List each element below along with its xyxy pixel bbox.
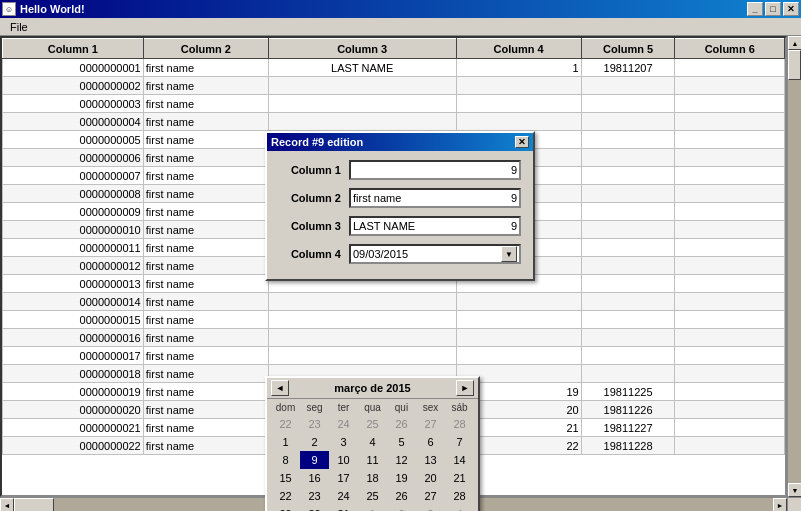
dialog-col4-dropdown-button[interactable]: ▼ (501, 246, 517, 262)
cell-col2: first name (143, 167, 268, 185)
vertical-scrollbar[interactable]: ▲ ▼ (787, 36, 801, 497)
calendar-day[interactable]: 11 (358, 451, 387, 469)
cell-col5 (581, 257, 675, 275)
dialog-col1-input[interactable]: 9 (349, 160, 521, 180)
calendar-day[interactable]: 18 (358, 469, 387, 487)
col6-header: Column 6 (675, 39, 785, 59)
table-row[interactable]: 0000000004 first name (3, 113, 785, 131)
cell-col2: first name (143, 329, 268, 347)
calendar-day[interactable]: 30 (300, 505, 329, 511)
cell-col2: first name (143, 437, 268, 455)
dialog-close-button[interactable]: ✕ (515, 136, 529, 148)
calendar-day[interactable]: 28 (445, 415, 474, 433)
calendar-day[interactable]: 12 (387, 451, 416, 469)
calendar-day[interactable]: 8 (271, 451, 300, 469)
dialog-body: Column 1 9 Column 2 first name 9 Column … (267, 151, 533, 279)
cell-col6 (675, 365, 785, 383)
dialog-col4-input[interactable]: 09/03/2015 ▼ (349, 244, 521, 264)
close-window-button[interactable]: ✕ (783, 2, 799, 16)
scroll-h-thumb[interactable] (14, 498, 54, 511)
cell-col5 (581, 347, 675, 365)
calendar-day[interactable]: 27 (416, 415, 445, 433)
scroll-left-button[interactable]: ◄ (0, 498, 14, 511)
calendar-day[interactable]: 13 (416, 451, 445, 469)
window-title: Hello World! (20, 3, 85, 15)
app-icon: ☺ (2, 2, 16, 16)
menu-file[interactable]: File (4, 20, 34, 34)
calendar-day[interactable]: 10 (329, 451, 358, 469)
calendar-next-button[interactable]: ► (456, 380, 474, 396)
cell-col1: 0000000009 (3, 203, 144, 221)
calendar-day[interactable]: 26 (387, 487, 416, 505)
calendar-day[interactable]: 5 (387, 433, 416, 451)
grid-header-row: Column 1 Column 2 Column 3 Column 4 Colu… (3, 39, 785, 59)
calendar-day[interactable]: 28 (445, 487, 474, 505)
table-row[interactable]: 0000000015 first name (3, 311, 785, 329)
calendar-day[interactable]: 27 (416, 487, 445, 505)
dialog-col1-value: 9 (511, 164, 517, 176)
calendar-day[interactable]: 22 (271, 487, 300, 505)
dialog-col3-input[interactable]: LAST NAME 9 (349, 216, 521, 236)
calendar-day[interactable]: 15 (271, 469, 300, 487)
cell-col5: 19811227 (581, 419, 675, 437)
calendar-header: ◄ março de 2015 ► (267, 378, 478, 399)
cell-col1: 0000000016 (3, 329, 144, 347)
calendar-day[interactable]: 3 (416, 505, 445, 511)
calendar-day[interactable]: 19 (387, 469, 416, 487)
dialog-col2-row: Column 2 first name 9 (279, 187, 521, 209)
table-row[interactable]: 0000000014 first name (3, 293, 785, 311)
calendar-day[interactable]: 7 (445, 433, 474, 451)
scroll-v-track[interactable] (788, 50, 801, 483)
scroll-down-button[interactable]: ▼ (788, 483, 801, 497)
dialog-col2-input[interactable]: first name 9 (349, 188, 521, 208)
calendar-day[interactable]: 29 (271, 505, 300, 511)
calendar-day[interactable]: 24 (329, 415, 358, 433)
cell-col2: first name (143, 365, 268, 383)
calendar-day[interactable]: 20 (416, 469, 445, 487)
calendar-day[interactable]: 26 (387, 415, 416, 433)
scroll-up-button[interactable]: ▲ (788, 36, 801, 50)
calendar-day[interactable]: 25 (358, 415, 387, 433)
calendar-day[interactable]: 21 (445, 469, 474, 487)
table-row[interactable]: 0000000016 first name (3, 329, 785, 347)
calendar-prev-button[interactable]: ◄ (271, 380, 289, 396)
calendar-day[interactable]: 2 (300, 433, 329, 451)
table-row[interactable]: 0000000017 first name (3, 347, 785, 365)
calendar-day[interactable]: 4 (358, 433, 387, 451)
cell-col5: 19811226 (581, 401, 675, 419)
cell-col4 (456, 113, 581, 131)
cell-col5: 19811225 (581, 383, 675, 401)
calendar-day[interactable]: 3 (329, 433, 358, 451)
calendar-day[interactable]: 9 (300, 451, 329, 469)
cell-col5 (581, 293, 675, 311)
table-row[interactable]: 0000000002 first name (3, 77, 785, 95)
cell-col2: first name (143, 95, 268, 113)
calendar-day[interactable]: 31 (329, 505, 358, 511)
dialog-col4-label: Column 4 (279, 248, 349, 260)
calendar-day[interactable]: 1 (358, 505, 387, 511)
scroll-v-thumb[interactable] (788, 50, 801, 80)
calendar-day[interactable]: 17 (329, 469, 358, 487)
calendar-day[interactable]: 16 (300, 469, 329, 487)
calendar-day[interactable]: 22 (271, 415, 300, 433)
minimize-button[interactable]: _ (747, 2, 763, 16)
calendar-day[interactable]: 25 (358, 487, 387, 505)
calendar-day[interactable]: 2 (387, 505, 416, 511)
table-row[interactable]: 0000000003 first name (3, 95, 785, 113)
calendar-day[interactable]: 24 (329, 487, 358, 505)
calendar-day[interactable]: 23 (300, 415, 329, 433)
table-row[interactable]: 0000000001 first name LAST NAME 1 198112… (3, 59, 785, 77)
cell-col6 (675, 59, 785, 77)
calendar-day[interactable]: 14 (445, 451, 474, 469)
dialog-title-bar: Record #9 edition ✕ (267, 133, 533, 151)
cell-col1: 0000000011 (3, 239, 144, 257)
scroll-right-button[interactable]: ► (773, 498, 787, 511)
cell-col6 (675, 293, 785, 311)
calendar-day[interactable]: 23 (300, 487, 329, 505)
cell-col5 (581, 221, 675, 239)
col5-header: Column 5 (581, 39, 675, 59)
calendar-day[interactable]: 4 (445, 505, 474, 511)
calendar-day[interactable]: 1 (271, 433, 300, 451)
maximize-button[interactable]: □ (765, 2, 781, 16)
calendar-day[interactable]: 6 (416, 433, 445, 451)
